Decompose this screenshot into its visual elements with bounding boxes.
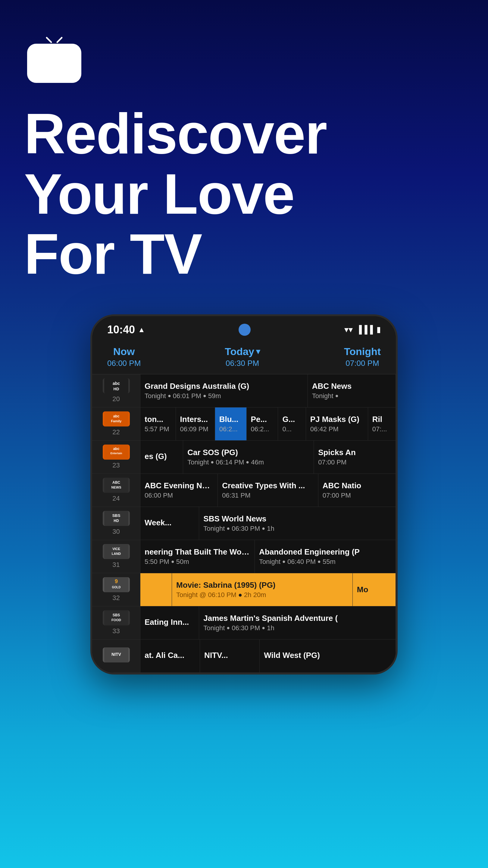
program-block[interactable]: PJ Masks (G) 06:42 PM: [306, 407, 368, 440]
svg-text:NITV: NITV: [111, 652, 121, 657]
hero-title: Rediscover Your Love For TV: [24, 104, 464, 284]
program-meta: 06:00 PM: [144, 492, 213, 499]
program-title: Abandoned Engineering (P: [259, 547, 391, 557]
program-meta: 5:50 PM ● 50m: [144, 558, 250, 566]
program-block[interactable]: Abandoned Engineering (P Tonight ● 06:40…: [255, 540, 396, 573]
program-title: Wild West (PG): [264, 651, 391, 660]
program-block[interactable]: Inters... 06:09 PM: [176, 407, 215, 440]
program-meta: Tonight ● 06:01 PM ● 59m: [144, 392, 303, 400]
svg-text:ABC: ABC: [112, 480, 120, 485]
program-block[interactable]: Mo: [353, 573, 396, 606]
programs-row-22: ton... 5:57 PM Inters... 06:09 PM Blu...…: [140, 407, 396, 440]
program-block[interactable]: Pe... 06:2...: [247, 407, 278, 440]
svg-text:NEWS: NEWS: [111, 486, 121, 489]
program-title: James Martin's Spanish Adventure (: [203, 614, 391, 623]
channel-logo-abc-family: abc Family: [103, 411, 130, 427]
programs-row-31: neering That Built The World (... 5:50 P…: [140, 540, 396, 573]
program-meta: 0...: [282, 425, 301, 433]
status-time: 10:40 ▲: [107, 323, 145, 336]
channel-cell-33[interactable]: SBS FOOD 33: [92, 607, 140, 639]
tab-tonight-time: 07:00 PM: [344, 359, 381, 368]
program-block[interactable]: es (G): [140, 441, 183, 473]
program-title: at. Ali Ca...: [144, 651, 195, 660]
program-block[interactable]: SBS World News Tonight ● 06:30 PM ● 1h: [199, 507, 396, 540]
program-block[interactable]: Eating Inn...: [140, 607, 199, 639]
program-block[interactable]: G... 0...: [278, 407, 306, 440]
svg-rect-2: [27, 44, 82, 83]
nav-tabs: Now 06:00 PM Today ▾ 06:30 PM Tonight 07…: [92, 340, 396, 374]
svg-text:9: 9: [115, 578, 118, 584]
status-icons: ▾▾ ▐▐▐ ▮: [344, 324, 381, 335]
program-block[interactable]: Creative Types With ... 06:31 PM: [218, 474, 318, 507]
svg-text:Family: Family: [111, 419, 122, 423]
channel-cell-nitv[interactable]: NITV: [92, 640, 140, 673]
program-block[interactable]: Spicks An 07:00 PM: [314, 441, 396, 473]
programs-row-24: ABC Evening News 06:00 PM Creative Types…: [140, 474, 396, 507]
program-title: ABC Evening News: [144, 481, 213, 490]
program-block[interactable]: Week...: [140, 507, 199, 540]
program-block[interactable]: Ril 07:...: [368, 407, 396, 440]
svg-text:abc: abc: [113, 447, 119, 451]
signal-bars-icon: ▐▐▐: [356, 325, 373, 334]
program-block[interactable]: Wild West (PG): [260, 640, 396, 673]
channel-cell-30[interactable]: SBS HD 30: [92, 507, 140, 540]
table-row: abc Entertain 23 es (G) Car SOS (PG): [92, 441, 396, 474]
program-title: Creative Types With ...: [222, 481, 314, 490]
channel-cell-20[interactable]: abc HD 20: [92, 374, 140, 407]
program-block[interactable]: James Martin's Spanish Adventure ( Tonig…: [199, 607, 396, 639]
tab-now[interactable]: Now 06:00 PM: [107, 346, 141, 368]
program-title: neering That Built The World (...: [144, 547, 250, 557]
program-title: Inters...: [180, 415, 210, 424]
table-row: ABC NEWS 24 ABC Evening News 06:00 PM Cr…: [92, 474, 396, 507]
programs-row-30: Week... SBS World News Tonight ● 06:30 P…: [140, 507, 396, 540]
tab-today-time: 06:30 PM: [225, 359, 260, 368]
program-title: NITV...: [204, 651, 255, 660]
program-block[interactable]: [140, 573, 172, 606]
channel-number-20: 20: [112, 395, 120, 403]
tab-today[interactable]: Today ▾ 06:30 PM: [225, 346, 260, 368]
programs-row-20: Grand Designs Australia (G) Tonight ● 06…: [140, 374, 396, 407]
tab-now-label: Now: [107, 346, 141, 358]
program-block[interactable]: Car SOS (PG) Tonight ● 06:14 PM ● 46m: [183, 441, 314, 473]
program-block[interactable]: ton... 5:57 PM: [140, 407, 176, 440]
program-meta: Tonight ● 06:40 PM ● 55m: [259, 558, 391, 566]
program-title: Pe...: [251, 415, 274, 424]
table-row: SBS HD 30 Week... SBS World News Toni: [92, 507, 396, 540]
battery-icon: ▮: [377, 325, 381, 334]
svg-rect-12: [104, 478, 128, 493]
program-title: Blu...: [219, 415, 242, 424]
channel-cell-23[interactable]: abc Entertain 23: [92, 441, 140, 473]
program-block-highlighted[interactable]: Movie: Sabrina (1995) (PG) Tonight @ 06:…: [172, 573, 353, 606]
program-block[interactable]: NITV...: [200, 640, 260, 673]
svg-text:abc: abc: [112, 381, 120, 386]
channel-cell-24[interactable]: ABC NEWS 24: [92, 474, 140, 507]
program-block[interactable]: Grand Designs Australia (G) Tonight ● 06…: [140, 374, 308, 407]
channel-number-32: 32: [112, 594, 120, 602]
status-bar: 10:40 ▲ ▾▾ ▐▐▐ ▮: [92, 316, 396, 340]
tab-today-label: Today ▾: [225, 346, 260, 358]
program-meta: Tonight ● 06:30 PM ● 1h: [203, 624, 391, 632]
program-block[interactable]: ABC News Tonight ●: [308, 374, 396, 407]
channel-logo-abc-hd: abc HD: [103, 378, 130, 393]
programs-row-32: Movie: Sabrina (1995) (PG) Tonight @ 06:…: [140, 573, 396, 606]
wifi-icon: ▾▾: [344, 324, 353, 335]
svg-text:HD: HD: [113, 387, 119, 391]
program-meta: 06:2...: [251, 425, 274, 433]
program-title: Ril: [372, 415, 391, 424]
channel-cell-31[interactable]: VICE LAND 31: [92, 540, 140, 573]
program-meta: 07:00 PM: [323, 492, 391, 499]
program-title: G...: [282, 415, 301, 424]
channel-cell-22[interactable]: abc Family 22: [92, 407, 140, 440]
program-title: SBS World News: [203, 514, 391, 524]
program-block[interactable]: ABC Evening News 06:00 PM: [140, 474, 218, 507]
program-block[interactable]: ABC Natio 07:00 PM: [318, 474, 396, 507]
program-block[interactable]: at. Ali Ca...: [140, 640, 200, 673]
program-block[interactable]: neering That Built The World (... 5:50 P…: [140, 540, 255, 573]
program-meta: 06:09 PM: [180, 425, 210, 433]
tab-tonight[interactable]: Tonight 07:00 PM: [344, 346, 381, 368]
channel-number-22: 22: [112, 428, 120, 436]
program-title: Week...: [144, 518, 195, 527]
svg-text:HD: HD: [113, 519, 119, 523]
channel-cell-32[interactable]: 9 GOLD 32: [92, 573, 140, 606]
program-block-selected[interactable]: Blu... 06:2...: [215, 407, 247, 440]
